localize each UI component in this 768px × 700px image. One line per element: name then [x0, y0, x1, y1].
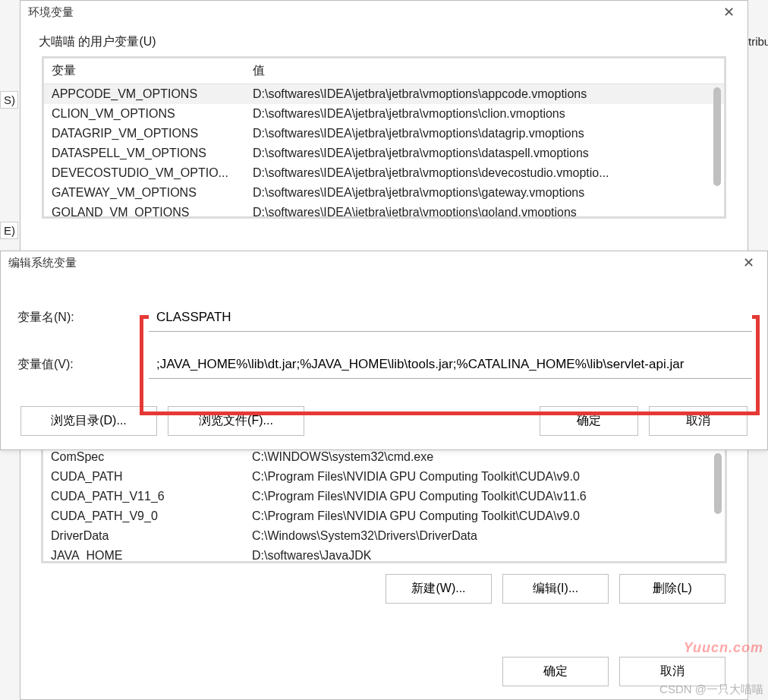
table-row[interactable]: DATASPELL_VM_OPTIONSD:\softwares\IDEA\je…	[44, 143, 724, 163]
table-row[interactable]: JAVA_HOMED:\softwares\JavaJDK	[43, 546, 725, 563]
table-row[interactable]: CUDA_PATH_V11_6C:\Program Files\NVIDIA G…	[43, 487, 725, 506]
dialog-ok-button[interactable]: 确定	[540, 406, 638, 436]
user-vars-table[interactable]: 变量 值 APPCODE_VM_OPTIONSD:\softwares\IDEA…	[42, 56, 726, 219]
close-icon[interactable]: ✕	[737, 251, 760, 274]
dialog-title: 编辑系统变量	[8, 251, 77, 274]
new-button[interactable]: 新建(W)...	[386, 574, 492, 604]
var-value-label: 变量值(V):	[16, 357, 149, 373]
dialog-cancel-button[interactable]: 取消	[649, 406, 748, 436]
close-icon[interactable]: ✕	[717, 1, 740, 24]
var-name-label: 变量名(N):	[16, 310, 149, 326]
table-row[interactable]: CLION_VM_OPTIONSD:\softwares\IDEA\jetbra…	[44, 104, 724, 124]
table-row[interactable]: GATEWAY_VM_OPTIONSD:\softwares\IDEA\jetb…	[44, 183, 724, 203]
bg-frag-e: E)	[0, 222, 18, 239]
watermark-yuucn: Yuucn.com	[684, 640, 763, 656]
system-vars-section: ComSpecC:\WINDOWS\system32\cmd.exe CUDA_…	[20, 445, 748, 604]
edit-button[interactable]: 编辑(I)...	[502, 574, 609, 604]
watermark-csdn: CSDN @一只大喵喵	[659, 683, 763, 697]
env-window-footer: 确定 取消	[20, 648, 748, 695]
user-header-val[interactable]: 值	[245, 58, 724, 84]
table-row[interactable]: APPCODE_VM_OPTIONSD:\softwares\IDEA\jetb…	[44, 84, 724, 105]
var-name-input[interactable]	[149, 303, 752, 332]
table-row[interactable]: GOLAND_VM_OPTIONSD:\softwares\IDEA\jetbr…	[44, 203, 724, 219]
browse-file-button[interactable]: 浏览文件(F)...	[168, 406, 304, 436]
window-title: 环境变量	[28, 1, 74, 24]
ok-button[interactable]: 确定	[502, 657, 609, 686]
delete-button[interactable]: 删除(L)	[619, 574, 726, 604]
edit-variable-dialog: 编辑系统变量 ✕ 变量名(N): 变量值(V): 浏览目录(D)... 浏览文件…	[0, 251, 768, 450]
user-header-var[interactable]: 变量	[44, 58, 245, 84]
table-row[interactable]: DEVECOSTUDIO_VM_OPTIO...D:\softwares\IDE…	[44, 163, 724, 183]
system-vars-table[interactable]: ComSpecC:\WINDOWS\system32\cmd.exe CUDA_…	[41, 445, 727, 563]
var-value-input[interactable]	[149, 350, 752, 379]
table-row[interactable]: DATAGRIP_VM_OPTIONSD:\softwares\IDEA\jet…	[44, 124, 724, 143]
table-row[interactable]: DriverDataC:\Windows\System32\Drivers\Dr…	[43, 526, 725, 546]
table-row[interactable]: CUDA_PATH_V9_0C:\Program Files\NVIDIA GP…	[43, 506, 725, 526]
user-vars-label: 大喵喵 的用户变量(U)	[20, 24, 748, 56]
table-row[interactable]: CUDA_PATHC:\Program Files\NVIDIA GPU Com…	[43, 467, 725, 487]
browse-dir-button[interactable]: 浏览目录(D)...	[20, 406, 157, 436]
bg-frag-s: S)	[0, 91, 18, 109]
bg-frag-tribu: tribu	[745, 33, 768, 49]
